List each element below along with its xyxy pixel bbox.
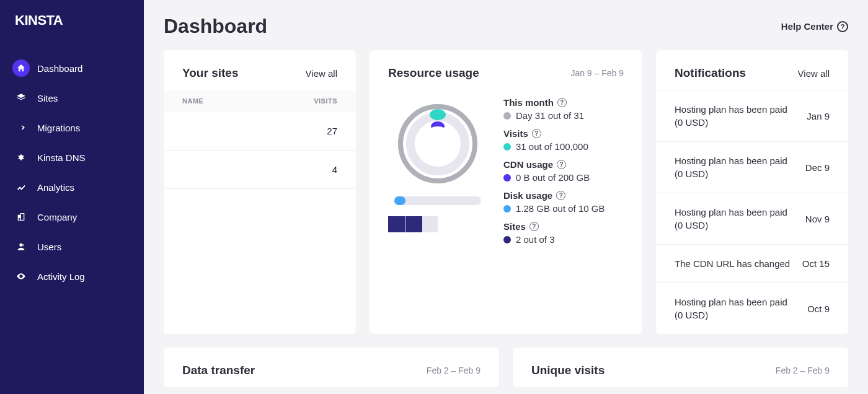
unique-visits-date-range: Feb 2 – Feb 9 — [776, 366, 830, 375]
info-icon[interactable]: ? — [532, 129, 541, 138]
sidebar-item-label: Analytics — [37, 182, 74, 193]
notification-item[interactable]: The CDN URL has changed Oct 15 — [656, 244, 848, 282]
sidebar: KINSTA Dashboard Sites Migrations Kinsta… — [0, 0, 144, 394]
metric-cdn: CDN usage? 0 B out of 200 GB — [503, 159, 624, 183]
sidebar-item-label: Migrations — [37, 123, 80, 133]
sidebar-item-users[interactable]: Users — [0, 232, 144, 261]
analytics-icon — [12, 178, 30, 196]
metric-this-month: This month? Day 31 out of 31 — [503, 97, 624, 121]
resource-title: Resource usage — [388, 66, 479, 80]
resource-gauges — [388, 97, 487, 252]
sidebar-nav: Dashboard Sites Migrations Kinsta DNS An… — [0, 53, 144, 291]
sidebar-item-sites[interactable]: Sites — [0, 83, 144, 113]
info-icon[interactable]: ? — [529, 222, 539, 231]
help-center-link[interactable]: Help Center ? — [781, 21, 848, 32]
disk-usage-bar — [394, 196, 481, 205]
migrate-icon — [12, 119, 30, 136]
sidebar-item-dns[interactable]: Kinsta DNS — [0, 142, 144, 172]
main-content: Dashboard Help Center ? Your sites View … — [144, 0, 868, 394]
info-icon[interactable]: ? — [556, 191, 565, 200]
unique-visits-card: Unique visits Feb 2 – Feb 9 — [513, 348, 848, 387]
table-row[interactable]: 27 — [164, 112, 356, 151]
logo[interactable]: KINSTA — [0, 12, 144, 53]
dot-icon — [503, 143, 511, 151]
ring-chart — [397, 103, 478, 184]
dns-icon — [12, 149, 30, 166]
notifications-title: Notifications — [675, 66, 746, 80]
sidebar-item-dashboard[interactable]: Dashboard — [0, 53, 144, 83]
sidebar-item-label: Activity Log — [37, 271, 85, 282]
your-sites-view-all[interactable]: View all — [306, 68, 337, 79]
eye-icon — [12, 268, 30, 285]
site-visits: 27 — [327, 126, 337, 136]
svg-point-5 — [420, 126, 455, 161]
sidebar-item-label: Sites — [37, 93, 58, 103]
sidebar-item-label: Users — [37, 242, 61, 252]
dot-icon — [503, 205, 511, 212]
resource-date-range: Jan 9 – Feb 9 — [570, 68, 624, 78]
resource-usage-card: Resource usage Jan 9 – Feb 9 — [370, 50, 642, 334]
data-transfer-card: Data transfer Feb 2 – Feb 9 — [164, 348, 499, 387]
page-title: Dashboard — [164, 15, 267, 38]
dot-icon — [503, 112, 511, 120]
unique-visits-title: Unique visits — [531, 364, 604, 377]
sidebar-item-label: Dashboard — [37, 63, 82, 74]
info-icon[interactable]: ? — [557, 160, 566, 169]
notifications-view-all[interactable]: View all — [798, 68, 830, 79]
metric-disk: Disk usage? 1.28 GB out of 10 GB — [503, 190, 624, 214]
help-icon: ? — [837, 21, 848, 32]
col-visits: VISITS — [314, 97, 337, 105]
dot-icon — [503, 236, 511, 243]
users-icon — [12, 238, 30, 255]
your-sites-title: Your sites — [182, 66, 238, 80]
sites-table-header: NAME VISITS — [164, 90, 356, 112]
layers-icon — [12, 89, 30, 107]
sidebar-item-migrations[interactable]: Migrations — [0, 113, 144, 142]
site-visits: 4 — [332, 164, 337, 175]
notifications-card: Notifications View all Hosting plan has … — [656, 50, 848, 334]
sites-usage-bar — [388, 216, 438, 232]
col-name: NAME — [182, 97, 203, 105]
topbar: Dashboard Help Center ? — [164, 15, 848, 38]
metric-sites: Sites? 2 out of 3 — [503, 221, 624, 245]
dot-icon — [503, 174, 511, 182]
info-icon[interactable]: ? — [557, 98, 567, 107]
table-row[interactable]: 4 — [164, 151, 356, 189]
company-icon — [12, 208, 30, 225]
notification-item[interactable]: Hosting plan has been paid (0 USD) Nov 9 — [656, 193, 848, 244]
sidebar-item-label: Company — [37, 212, 77, 222]
notification-item[interactable]: Hosting plan has been paid (0 USD) Dec 9 — [656, 141, 848, 193]
your-sites-card: Your sites View all NAME VISITS 27 4 — [164, 50, 356, 334]
svg-point-3 — [430, 109, 446, 120]
sidebar-item-activity-log[interactable]: Activity Log — [0, 261, 144, 291]
notification-item[interactable]: Hosting plan has been paid (0 USD) Jan 9 — [656, 90, 848, 141]
help-center-label: Help Center — [781, 21, 833, 32]
brand-text: KINSTA — [15, 12, 63, 28]
sidebar-item-analytics[interactable]: Analytics — [0, 172, 144, 202]
data-transfer-title: Data transfer — [182, 364, 255, 377]
notification-item[interactable]: Hosting plan has been paid (0 USD) Oct 9 — [656, 282, 848, 334]
home-icon — [12, 59, 30, 77]
data-transfer-date-range: Feb 2 – Feb 9 — [427, 366, 480, 375]
sidebar-item-label: Kinsta DNS — [37, 152, 86, 163]
resource-metrics: This month? Day 31 out of 31 Visits? 31 … — [503, 97, 624, 252]
metric-visits: Visits? 31 out of 100,000 — [503, 128, 624, 152]
sidebar-item-company[interactable]: Company — [0, 202, 144, 232]
